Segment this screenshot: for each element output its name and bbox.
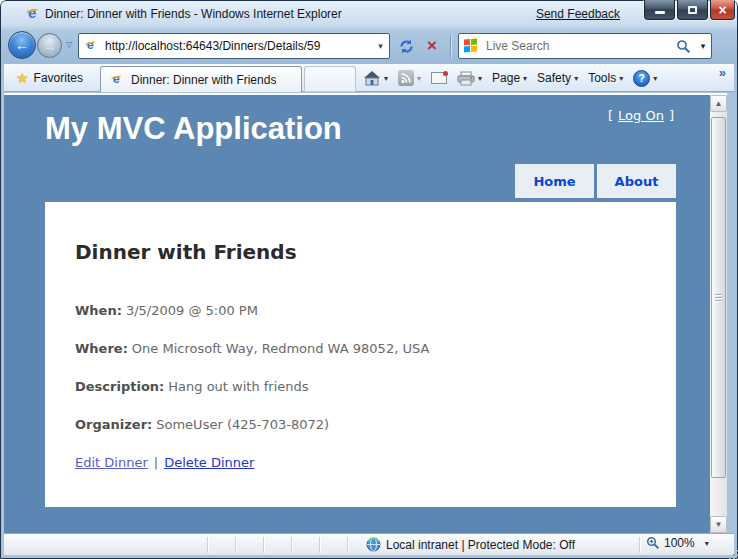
- action-links: Edit Dinner|Delete Dinner: [75, 455, 676, 471]
- field-where-value: One Microsoft Way, Redmond WA 98052, USA: [132, 341, 429, 356]
- live-search-logo-icon: [464, 39, 478, 54]
- home-dropdown-icon[interactable]: ▾: [384, 74, 388, 83]
- page-dropdown-icon: ▾: [523, 74, 527, 83]
- status-bar: Local intranet | Protected Mode: Off 100…: [4, 533, 734, 555]
- field-description-label: Description:: [75, 379, 164, 394]
- zoom-control[interactable]: 100% ▾: [646, 536, 709, 550]
- logon-close-bracket: ]: [669, 108, 674, 123]
- close-button[interactable]: ×: [710, 0, 735, 20]
- search-box[interactable]: ▾: [458, 33, 712, 59]
- site-menu: Home About: [515, 164, 676, 198]
- favorites-button[interactable]: ★ Favorites: [10, 67, 89, 89]
- search-magnifier-icon[interactable]: [676, 39, 691, 54]
- favorites-label: Favorites: [34, 71, 83, 85]
- forward-button[interactable]: →: [37, 33, 62, 58]
- url-input[interactable]: [103, 38, 372, 54]
- field-when-value: 3/5/2009 @ 5:00 PM: [126, 303, 258, 318]
- stop-button[interactable]: ×: [420, 34, 444, 57]
- send-feedback-link[interactable]: Send Feedback: [536, 7, 620, 21]
- back-arrow-icon: ←: [15, 38, 29, 52]
- address-dropdown-icon[interactable]: ▾: [372, 34, 389, 58]
- field-description-value: Hang out with friends: [168, 379, 308, 394]
- maximize-icon: [688, 6, 697, 14]
- safety-menu-button[interactable]: Safety ▾: [532, 66, 583, 90]
- maximize-button[interactable]: [677, 0, 708, 20]
- rss-feeds-icon: [398, 70, 414, 86]
- command-bar: ▾ ▾ ▾ Page ▾: [358, 64, 692, 92]
- mail-icon: [431, 72, 447, 84]
- delete-dinner-link[interactable]: Delete Dinner: [164, 455, 254, 470]
- scroll-down-button[interactable]: ▼: [710, 516, 727, 533]
- edit-dinner-link[interactable]: Edit Dinner: [75, 455, 148, 470]
- logon-status: [Log On]: [608, 108, 674, 123]
- logon-link[interactable]: Log On: [618, 108, 664, 123]
- help-dropdown-icon: ▾: [653, 74, 657, 83]
- refresh-icon: [398, 38, 415, 55]
- scrollbar-grip-icon: [715, 294, 722, 295]
- page-favicon: e: [84, 39, 98, 53]
- read-mail-button[interactable]: [426, 66, 452, 90]
- home-button[interactable]: ▾: [358, 66, 393, 90]
- close-icon: ×: [718, 1, 726, 19]
- zoom-level: 100%: [664, 536, 695, 550]
- window-title: Dinner: Dinner with Friends - Windows In…: [45, 7, 342, 21]
- tools-menu-label: Tools: [588, 71, 616, 85]
- vertical-scrollbar[interactable]: ▲ ▼: [710, 95, 727, 533]
- stop-icon: ×: [427, 36, 437, 56]
- minimize-button[interactable]: [644, 0, 675, 20]
- feeds-button[interactable]: ▾: [393, 66, 426, 90]
- page-menu-button[interactable]: Page ▾: [487, 66, 532, 90]
- field-when-label: When:: [75, 303, 122, 318]
- scroll-down-icon: ▼: [715, 520, 723, 529]
- page-viewport: [Log On] My MVC Application Home About D…: [4, 95, 710, 533]
- address-field[interactable]: e ▾: [78, 33, 390, 59]
- logon-open-bracket: [: [608, 108, 613, 123]
- browser-window: e Dinner: Dinner with Friends - Windows …: [0, 0, 738, 559]
- help-icon: ?: [633, 70, 650, 87]
- scroll-up-icon: ▲: [715, 99, 723, 108]
- toolbar-overflow-icon[interactable]: »: [719, 65, 726, 80]
- field-when: When:3/5/2009 @ 5:00 PM: [75, 303, 676, 319]
- forward-arrow-icon: →: [43, 39, 57, 53]
- minimize-icon: [655, 11, 665, 14]
- zoom-magnifier-icon: [646, 536, 660, 550]
- menu-tab-home[interactable]: Home: [515, 164, 594, 198]
- scroll-up-button[interactable]: ▲: [710, 95, 727, 112]
- printer-icon: [457, 71, 475, 86]
- tools-menu-button[interactable]: Tools ▾: [583, 66, 628, 90]
- zoom-dropdown-icon: ▾: [705, 539, 709, 548]
- field-organizer: Organizer:SomeUser (425-703-8072): [75, 417, 676, 433]
- security-zone-text: Local intranet | Protected Mode: Off: [386, 538, 575, 552]
- ie-logo-icon: e: [25, 6, 41, 22]
- tab-title: Dinner: Dinner with Friends: [131, 73, 276, 87]
- field-organizer-value: SomeUser (425-703-8072): [156, 417, 329, 432]
- search-options-dropdown[interactable]: ▾: [695, 41, 711, 51]
- field-description: Description:Hang out with friends: [75, 379, 676, 395]
- favorites-star-icon: ★: [16, 70, 29, 86]
- back-button[interactable]: ←: [8, 31, 36, 59]
- site-title: My MVC Application: [45, 111, 342, 147]
- tab-favicon: e: [110, 73, 124, 87]
- recent-pages-dropdown[interactable]: ▽: [66, 40, 72, 49]
- title-bar[interactable]: e Dinner: Dinner with Friends - Windows …: [0, 0, 738, 28]
- field-organizer-label: Organizer:: [75, 417, 152, 432]
- dinner-heading: Dinner with Friends: [75, 240, 676, 264]
- resize-grip[interactable]: [729, 550, 731, 552]
- scrollbar-thumb[interactable]: [711, 117, 726, 478]
- menu-tab-about[interactable]: About: [597, 164, 676, 198]
- help-button[interactable]: ? ▾: [628, 66, 662, 90]
- address-bar-row: ← → ▽ e ▾ × ▾: [0, 28, 738, 64]
- links-separator: |: [154, 455, 158, 470]
- security-zone-icon: [366, 537, 381, 552]
- refresh-button[interactable]: [394, 35, 418, 57]
- search-input[interactable]: [484, 38, 676, 54]
- field-where: Where:One Microsoft Way, Redmond WA 9805…: [75, 341, 676, 357]
- home-icon: [363, 70, 381, 86]
- safety-menu-label: Safety: [537, 71, 571, 85]
- tools-dropdown-icon: ▾: [619, 74, 623, 83]
- print-button[interactable]: ▾: [452, 66, 487, 90]
- field-where-label: Where:: [75, 341, 128, 356]
- tab-active[interactable]: e Dinner: Dinner with Friends: [100, 66, 302, 92]
- print-dropdown-icon[interactable]: ▾: [478, 74, 482, 83]
- new-tab-stub[interactable]: [304, 66, 356, 92]
